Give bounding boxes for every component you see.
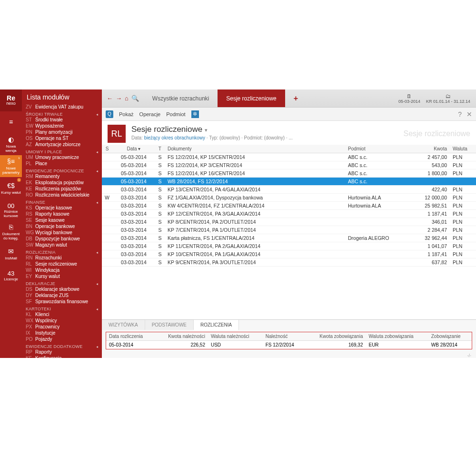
sidebar-title: Lista modułów [22, 89, 102, 104]
sidebar-item[interactable]: STŚrodki trwałe [22, 117, 102, 123]
table-row[interactable]: 03-03-2014SKP 8/CENTR/2014, PA 2/OUTLET/… [102, 218, 476, 226]
sidebar-item[interactable]: PXPracownicy [22, 324, 102, 330]
tab-sesje[interactable]: Sesje rozliczeniowe [218, 89, 285, 107]
sidebar-group[interactable]: DEKLARACJE [22, 280, 102, 286]
table-row[interactable]: W03-03-2014SFZ 1/GALAXIA/2014, Dyspozycj… [102, 194, 476, 202]
leftbar-item[interactable]: ◐Nowa wersja [0, 133, 22, 155]
sidebar-item[interactable]: SFSprawozdania finansowe [22, 298, 102, 305]
sidebar-item[interactable]: DYDeklaracje ZUS [22, 292, 102, 298]
sidebar-group[interactable]: UMOWY I PŁACE [22, 149, 102, 154]
left-toolbar: Re nexo ≡◐Nowa wersja§≡Nowe parametry1€$… [0, 89, 22, 358]
btab-rozliczenia[interactable]: ROZLICZENIA [194, 320, 239, 330]
leftbar-item[interactable]: 00Różnice kursowe [0, 199, 22, 221]
sidebar-item[interactable]: RNRozrachunki [22, 255, 102, 261]
sidebar-item[interactable]: KLKlienci [22, 311, 102, 317]
status-text: -/- [102, 353, 476, 358]
table-row[interactable]: 03-03-2014SKP 10/CENTR/2014, PA 1/GALAXI… [102, 250, 476, 258]
sidebar-item[interactable]: AZAmortyzacje zbiorcze [22, 141, 102, 148]
sidebar-item[interactable]: RSRaporty kasowe [22, 211, 102, 217]
sidebar-item[interactable]: KERozliczenia pojazdów [22, 186, 102, 192]
sidebar-group[interactable]: ŚRODKI TRWAŁE [22, 111, 102, 117]
leftbar-item[interactable]: ✉InsMail [0, 243, 22, 265]
table-row[interactable]: 03-03-2014SKP 11/CENTR/2014, PA 2/GALAXI… [102, 242, 476, 250]
sidebar-item[interactable]: RORozliczenia właścicielskie [22, 192, 102, 198]
leftbar-item[interactable]: ≡ [0, 111, 22, 133]
table-row[interactable]: 03-03-2014SKarta płatnicza, FS 1/CENTRAL… [102, 234, 476, 242]
quick-search-icon[interactable]: Q [106, 110, 113, 118]
gear-icon[interactable]: ✲ [191, 110, 199, 118]
sidebar-item[interactable]: DSDeklaracje skarbowe [22, 286, 102, 292]
toolbar: Q Pokaż Operacje Podmiot ✲ ? ✕ [102, 108, 476, 121]
detail-row: 05-03-2014226,52 USDFS 12/2/2014 169,32E… [106, 341, 472, 349]
sidebar-group[interactable]: EWIDENCJE POMOCNICZE [22, 168, 102, 173]
chevron-down-icon: ▾ [205, 127, 208, 133]
module-sidebar: Lista modułów ZVEwidencja VAT zakupuŚROD… [22, 89, 102, 358]
table-row[interactable]: 05-03-2014SFS 12/2/2014, KP 16/CENTR/201… [102, 169, 476, 178]
main-grid[interactable]: S Data ▾ T Dokumenty Podmiot Kwota Walut… [102, 145, 476, 319]
module-badge: RL [108, 125, 126, 143]
header-period[interactable]: 🗂KR 01.01.14 - 31.12.14 [426, 93, 470, 104]
table-row[interactable]: 05-03-2014SFS 12/2/2014, KP 15/CENTR/201… [102, 153, 476, 161]
sidebar-item[interactable]: WXWspólnicy [22, 317, 102, 324]
table-row[interactable]: 03-03-2014SKW 4/CENTR/2014, FZ 1/CENTRAL… [102, 202, 476, 210]
btab-podstawowe[interactable]: PODSTAWOWE [145, 320, 194, 330]
sidebar-item[interactable]: POPojazdy [22, 336, 102, 342]
header-date[interactable]: 🗓05-03-2014 [398, 93, 420, 104]
sidebar-item[interactable]: PLPłace [22, 160, 102, 167]
table-row[interactable]: 03-03-2014SKP 12/CENTR/2014, PA 3/GALAXI… [102, 210, 476, 218]
sidebar-item[interactable]: BNOperacje bankowe [22, 223, 102, 229]
table-row[interactable]: 05-03-2014SFS 12/2/2014, KP 3/CENTR/2014… [102, 161, 476, 169]
sidebar-item[interactable]: RMRemanenty [22, 173, 102, 179]
sidebar-item[interactable]: EKEksploatacja pojazdów [22, 179, 102, 186]
sidebar-item[interactable]: UMUmowy pracownicze [22, 154, 102, 160]
nav-home-icon[interactable]: ⌂ [125, 95, 129, 102]
btab-wizytowka[interactable]: WIZYTÓWKA [102, 320, 145, 330]
sidebar-item[interactable]: PNPlany amortyzacji [22, 129, 102, 135]
detail-grid[interactable]: Data rozliczeniaKwota należności Waluta … [106, 332, 472, 349]
brand-logo: Re nexo [0, 89, 22, 111]
nav-fwd-icon[interactable]: → [116, 95, 122, 102]
sidebar-group[interactable]: ROZLICZENIA [22, 249, 102, 255]
sidebar-item[interactable]: RLSesje rozliczeniowe [22, 261, 102, 267]
btn-ops[interactable]: Operacje [139, 111, 161, 117]
sidebar-item[interactable]: EWWyposażenie [22, 123, 102, 129]
watermark: Sesje rozliczeniowe [403, 129, 470, 138]
tab-all[interactable]: Wszystkie rozrachunki [144, 89, 218, 107]
tab-bar: ← → ⌂ 🔍 Wszystkie rozrachunki Sesje rozl… [102, 89, 476, 108]
tab-add[interactable]: + [285, 89, 307, 107]
leftbar-item[interactable]: €$Kursy walut1 [0, 177, 22, 199]
sidebar-item[interactable]: SESesje kasowe [22, 217, 102, 223]
sidebar-group[interactable]: EWIDENCJE DODATKOWE [22, 343, 102, 349]
leftbar-item[interactable]: 43Licencje [0, 265, 22, 287]
sidebar-item[interactable]: KSOperacje kasowe [22, 205, 102, 211]
help-icon[interactable]: ? [458, 110, 462, 118]
btn-show[interactable]: Pokaż [119, 111, 134, 117]
table-row[interactable]: 03-03-2014SKP 9/CENTR/2014, PA 3/OUTLET/… [102, 258, 476, 267]
sidebar-group[interactable]: FINANSE [22, 199, 102, 205]
sidebar-item[interactable]: EYKursy walut [22, 273, 102, 279]
sidebar-item[interactable]: IXInstytucje [22, 330, 102, 336]
btn-podmiot[interactable]: Podmiot [166, 111, 185, 117]
close-icon[interactable]: ✕ [466, 110, 472, 118]
page-title[interactable]: Sesje rozliczeniowe ▾ [131, 125, 293, 134]
sidebar-item[interactable]: ZVEwidencja VAT zakupu [22, 104, 102, 110]
sidebar-item[interactable]: OSOperacje na ŚT [22, 135, 102, 141]
sidebar-item[interactable]: WIWindykacja [22, 267, 102, 273]
sidebar-item[interactable]: RPRaporty [22, 349, 102, 355]
sidebar-group[interactable]: KARTOTEKI [22, 306, 102, 311]
nav-search-icon[interactable]: 🔍 [131, 95, 139, 102]
leftbar-item[interactable]: ⎘Dokument do księg. [0, 221, 22, 243]
nav-back-icon[interactable]: ← [107, 95, 113, 102]
leftbar-item[interactable]: §≡Nowe parametry1 [0, 155, 22, 177]
sidebar-item[interactable]: KFKonfiguracja [22, 355, 102, 358]
sidebar-item[interactable]: DBDyspozycje bankowe [22, 236, 102, 242]
sidebar-item[interactable]: WGWyciągi bankowe [22, 229, 102, 236]
table-row[interactable]: 03-03-2014SKP 13/CENTR/2014, PA 4/GALAXI… [102, 186, 476, 194]
table-row[interactable]: 05-03-2014SWB 28/2014, FS 12/2/2014ABC s… [102, 178, 476, 186]
table-row[interactable]: 03-03-2014SKP 7/CENTR/2014, PA 1/OUTLET/… [102, 226, 476, 234]
sidebar-item[interactable]: SWMagazyn walut [22, 242, 102, 248]
filter-summary[interactable]: Data: bieżący okres obrachunkowy · Typ: … [131, 135, 293, 140]
